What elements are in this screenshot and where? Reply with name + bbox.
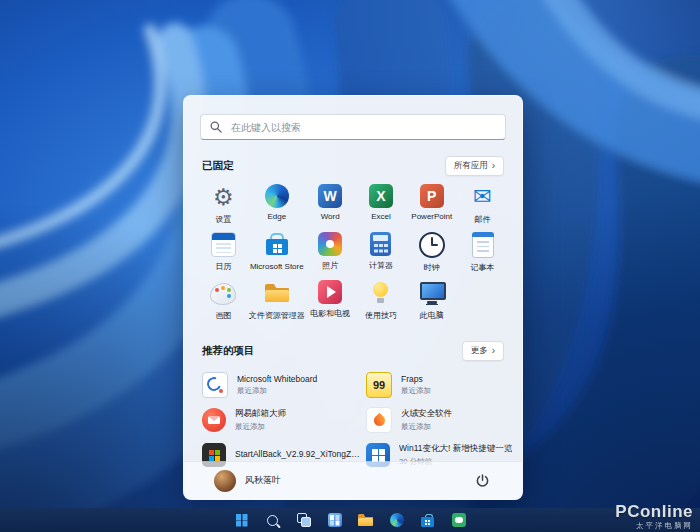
search-icon: [267, 515, 278, 526]
whiteboard-icon: [202, 372, 228, 398]
app-label: 邮件: [475, 214, 491, 225]
pinned-app-notepad[interactable]: 记事本: [457, 232, 508, 277]
lightbulb-icon: [368, 280, 394, 306]
app-label: Word: [321, 212, 340, 221]
app-label: 照片: [322, 260, 338, 271]
search-icon: [210, 121, 222, 133]
pinned-app-mail[interactable]: 邮件: [457, 184, 508, 229]
pinned-app-file-explorer[interactable]: 文件资源管理器: [249, 280, 305, 325]
task-view-button[interactable]: [296, 512, 312, 528]
recommended-item-fraps[interactable]: 99 Fraps 最近添加: [366, 371, 512, 399]
pinned-app-movies-tv[interactable]: 电影和电视: [305, 280, 356, 325]
recommended-item-title: Win11变化大! 新增快捷键一览: [399, 443, 512, 455]
pinned-app-grid: 设置 Edge W Word X Excel P PowerPoint 邮件: [198, 184, 508, 325]
monitor-icon: [419, 280, 445, 306]
recommended-item-title: Fraps: [401, 374, 431, 384]
fraps-counter-icon: 99: [366, 372, 392, 398]
clock-icon: [419, 232, 445, 258]
recommended-item-title: 网易邮箱大师: [235, 408, 286, 420]
recommended-item-subtitle: 最近添加: [401, 386, 431, 396]
recommended-list: Microsoft Whiteboard 最近添加 99 Fraps 最近添加 …: [202, 371, 504, 469]
pinned-app-word[interactable]: W Word: [305, 184, 356, 229]
recommended-item-title: StartAllBack_V2.9.92_XiTongZhi.la: [235, 449, 360, 459]
pinned-app-calendar[interactable]: 日历: [198, 232, 249, 277]
search-box[interactable]: [200, 114, 506, 140]
recommended-item-title: Microsoft Whiteboard: [237, 374, 317, 384]
pinned-app-paint[interactable]: 画图: [198, 280, 249, 325]
all-apps-button[interactable]: 所有应用: [445, 156, 504, 176]
recommended-item-huorong[interactable]: 火绒安全软件 最近添加: [366, 406, 512, 434]
app-label: 电影和电视: [310, 308, 350, 319]
recommended-item-subtitle: 最近添加: [237, 386, 317, 396]
widgets-button[interactable]: [327, 512, 343, 528]
pinned-app-excel[interactable]: X Excel: [356, 184, 407, 229]
movies-play-icon: [318, 280, 342, 304]
app-label: Excel: [371, 212, 391, 221]
app-label: Edge: [267, 212, 286, 221]
app-label: 记事本: [471, 262, 495, 273]
power-button[interactable]: [473, 471, 492, 490]
app-label: PowerPoint: [411, 212, 452, 221]
app-label: 使用技巧: [365, 310, 397, 321]
store-bag-icon: [264, 232, 290, 258]
pinned-app-store[interactable]: Microsoft Store: [249, 232, 305, 277]
taskbar-store[interactable]: [420, 512, 436, 528]
recommended-item-whiteboard[interactable]: Microsoft Whiteboard 最近添加: [202, 371, 360, 399]
folder-icon: [264, 280, 290, 306]
all-apps-label: 所有应用: [454, 160, 488, 172]
app-label: Microsoft Store: [250, 262, 304, 271]
mail-envelope-icon: [470, 184, 496, 210]
start-menu: 已固定 所有应用 设置 Edge W Word X Excel: [183, 95, 523, 500]
taskbar-edge[interactable]: [389, 512, 405, 528]
user-name: 风秋落叶: [245, 474, 281, 487]
recommended-item-netease-mail[interactable]: 网易邮箱大师 最近添加: [202, 406, 360, 434]
app-label: 画图: [215, 310, 231, 321]
app-label: 计算器: [369, 260, 393, 271]
app-label: 日历: [215, 261, 231, 272]
taskbar: [0, 508, 700, 532]
windows-logo-icon: [236, 514, 248, 526]
notepad-icon: [472, 232, 494, 258]
app-label: 时钟: [424, 262, 440, 273]
taskbar-chat-app[interactable]: [451, 512, 467, 528]
calculator-icon: [370, 232, 391, 256]
flame-shield-icon: [366, 407, 392, 433]
more-button[interactable]: 更多: [462, 341, 504, 361]
user-profile[interactable]: 风秋落叶: [214, 470, 281, 492]
folder-icon: [358, 514, 373, 526]
chat-bubble-icon: [452, 513, 466, 527]
pinned-app-powerpoint[interactable]: P PowerPoint: [406, 184, 457, 229]
pinned-app-photos[interactable]: 照片: [305, 232, 356, 277]
search-input[interactable]: [229, 121, 496, 134]
excel-icon: X: [369, 184, 393, 208]
app-label: 设置: [215, 214, 231, 225]
recommended-item-title: 火绒安全软件: [401, 408, 452, 420]
taskbar-search-button[interactable]: [265, 512, 281, 528]
app-label: 文件资源管理器: [249, 310, 305, 321]
desktop: 已固定 所有应用 设置 Edge W Word X Excel: [0, 0, 700, 532]
avatar: [214, 470, 236, 492]
taskbar-file-explorer[interactable]: [358, 512, 374, 528]
task-view-icon: [297, 513, 311, 527]
store-bag-icon: [421, 514, 434, 527]
settings-gear-icon: [210, 184, 236, 210]
recommended-item-subtitle: 最近添加: [401, 422, 452, 432]
chevron-right-icon: [492, 161, 495, 171]
pinned-app-tips[interactable]: 使用技巧: [356, 280, 407, 325]
photos-pinwheel-icon: [318, 232, 342, 256]
powerpoint-icon: P: [420, 184, 444, 208]
pinned-app-edge[interactable]: Edge: [249, 184, 305, 229]
edge-icon: [390, 513, 404, 527]
word-icon: W: [318, 184, 342, 208]
chevron-right-icon: [492, 346, 495, 356]
calendar-icon: [211, 232, 236, 257]
pinned-app-clock[interactable]: 时钟: [406, 232, 457, 277]
pinned-app-calculator[interactable]: 计算器: [356, 232, 407, 277]
edge-icon: [265, 184, 289, 208]
start-button[interactable]: [234, 512, 250, 528]
recommended-title: 推荐的项目: [202, 344, 255, 358]
power-icon: [475, 473, 490, 488]
start-menu-footer: 风秋落叶: [184, 461, 522, 499]
pinned-app-this-pc[interactable]: 此电脑: [406, 280, 457, 325]
pinned-app-settings[interactable]: 设置: [198, 184, 249, 229]
